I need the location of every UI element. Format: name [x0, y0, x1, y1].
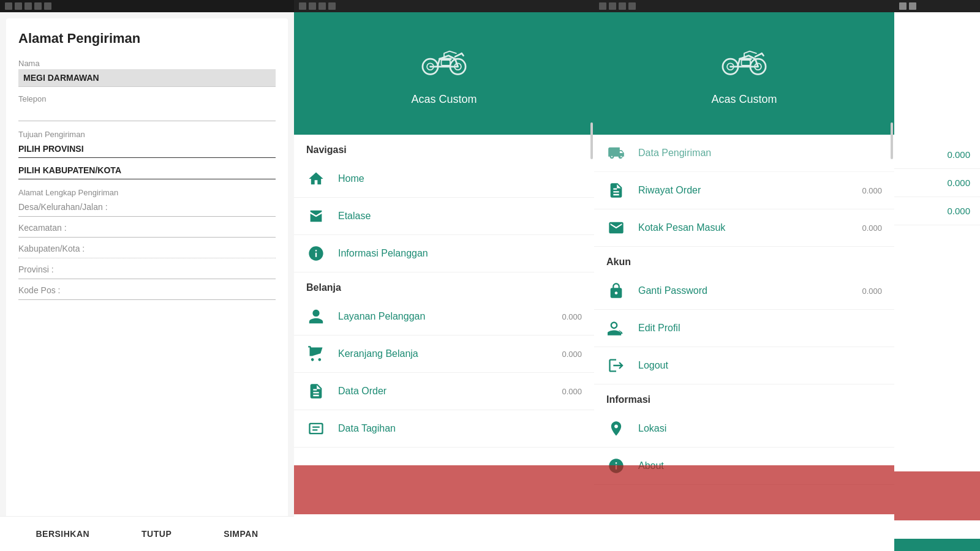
field-kodepos: Kode Pos : — [18, 285, 276, 300]
menu-data-tagihan[interactable]: Data Tagihan — [294, 410, 594, 448]
alamat-label: Alamat Lengkap Pengiriman — [18, 188, 276, 197]
menu-informasi-label: Informasi Pelanggan — [338, 248, 428, 259]
topbar-1 — [0, 0, 294, 12]
riwayat-icon — [606, 181, 626, 200]
svg-line-7 — [462, 53, 464, 56]
pilih-kabupaten[interactable]: PILIH KABUPATEN/KOTA — [18, 163, 276, 179]
field-provinsi: Provinsi : — [18, 264, 276, 279]
pengiriman-icon — [606, 143, 626, 163]
panel-right-partial: 0.000 0.000 0.000 — [894, 0, 980, 551]
panel-nav: Acas Custom Navigasi Home Etalase Inform… — [294, 0, 594, 551]
app-header-2: Acas Custom — [294, 12, 594, 135]
panel-nav-2: Acas Custom Data Pengiriman Riwayat Orde… — [594, 0, 894, 551]
field-kabupaten: Kabupaten/Kota : — [18, 244, 276, 258]
menu-data-pengiriman[interactable]: Data Pengiriman — [594, 135, 894, 172]
svg-rect-17 — [742, 60, 750, 66]
field-alamat: Alamat Lengkap Pengiriman — [18, 188, 276, 197]
field-telepon: Telepon — [18, 94, 276, 121]
menu-lokasi-label: Lokasi — [638, 423, 666, 434]
kodepos-label: Kode Pos : — [18, 285, 276, 295]
bersihkan-button[interactable]: BERSIHKAN — [36, 529, 89, 539]
price-p3-2: 0.000 — [862, 223, 882, 233]
tujuan-label: Tujuan Pengiriman — [18, 130, 276, 139]
section-belanja: Belanja — [294, 272, 594, 298]
menu-home[interactable]: Home — [294, 160, 594, 198]
menu-logout[interactable]: Logout — [594, 347, 894, 384]
menu-data-order-label: Data Order — [338, 386, 386, 397]
menu-keranjang-label: Keranjang Belanja — [338, 348, 418, 359]
order-icon — [306, 381, 326, 401]
svg-rect-8 — [442, 60, 450, 66]
price-3: 0.000 — [562, 387, 582, 396]
price-2: 0.000 — [562, 350, 582, 359]
menu-ganti-password[interactable]: Ganti Password 0.000 — [594, 272, 894, 310]
nama-label: Nama — [18, 59, 276, 68]
topbar-4 — [894, 0, 980, 12]
form-alamat: Alamat Pengiriman Nama MEGI DARMAWAN Tel… — [6, 18, 288, 545]
menu-edit-profil[interactable]: Edit Profil — [594, 310, 894, 347]
bottom-actions: BERSIHKAN TUTUP SIMPAN — [0, 516, 294, 551]
menu-data-pengiriman-label: Data Pengiriman — [638, 148, 711, 159]
password-icon — [606, 281, 626, 301]
kecamatan-label: Kecamatan : — [18, 223, 276, 233]
menu-keranjang[interactable]: Keranjang Belanja 0.000 — [294, 335, 594, 373]
section-navigasi: Navigasi — [294, 135, 594, 160]
menu-home-label: Home — [338, 173, 364, 184]
logout-icon — [606, 356, 626, 375]
telepon-label: Telepon — [18, 94, 276, 103]
section-akun: Akun — [594, 247, 894, 272]
menu-etalase-label: Etalase — [338, 211, 371, 222]
price-1: 0.000 — [562, 312, 582, 321]
menu-kotak-pesan[interactable]: Kotak Pesan Masuk 0.000 — [594, 209, 894, 247]
menu-layanan[interactable]: Layanan Pelanggan 0.000 — [294, 298, 594, 335]
menu-riwayat-label: Riwayat Order — [638, 185, 701, 196]
app-name-2: Acas Custom — [411, 93, 477, 106]
home-icon — [306, 169, 326, 189]
nama-value[interactable]: MEGI DARMAWAN — [18, 69, 276, 87]
desa-label: Desa/Kelurahan/Jalan : — [18, 202, 276, 212]
menu-layanan-label: Layanan Pelanggan — [338, 311, 425, 322]
field-tujuan: Tujuan Pengiriman PILIH PROVINSI PILIH K… — [18, 130, 276, 179]
pilih-provinsi[interactable]: PILIH PROVINSI — [18, 141, 276, 158]
red-strip-2 — [294, 465, 594, 514]
field-kecamatan: Kecamatan : — [18, 223, 276, 238]
store-icon — [306, 206, 326, 226]
menu-logout-label: Logout — [638, 360, 668, 371]
menu-informasi-pelanggan[interactable]: Informasi Pelanggan — [294, 235, 594, 272]
kotak-icon — [606, 218, 626, 238]
form-title: Alamat Pengiriman — [18, 31, 276, 47]
menu-data-order[interactable]: Data Order 0.000 — [294, 373, 594, 410]
field-nama: Nama MEGI DARMAWAN — [18, 59, 276, 87]
lokasi-icon — [606, 419, 626, 438]
svg-line-16 — [762, 53, 764, 56]
price-p3-3: 0.000 — [862, 287, 882, 296]
topbar-3 — [594, 0, 894, 12]
panel-alamat: Alamat Pengiriman Nama MEGI DARMAWAN Tel… — [0, 0, 294, 551]
menu-riwayat-order[interactable]: Riwayat Order 0.000 — [594, 172, 894, 209]
moto-icon-3 — [717, 42, 772, 87]
scrollbar-3[interactable] — [891, 122, 893, 159]
red-strip-3 — [594, 465, 894, 514]
price-p3-1: 0.000 — [862, 186, 882, 195]
section-informasi: Informasi — [594, 384, 894, 410]
moto-icon-2 — [417, 42, 472, 87]
menu-ganti-password-label: Ganti Password — [638, 285, 707, 296]
menu-kotak-label: Kotak Pesan Masuk — [638, 222, 725, 233]
app-header-3: Acas Custom — [594, 12, 894, 135]
kabupaten-label: Kabupaten/Kota : — [18, 244, 276, 253]
menu-data-tagihan-label: Data Tagihan — [338, 423, 396, 434]
person-icon — [306, 307, 326, 326]
menu-lokasi[interactable]: Lokasi — [594, 410, 894, 448]
menu-etalase[interactable]: Etalase — [294, 198, 594, 235]
app-name-3: Acas Custom — [711, 93, 777, 106]
telepon-input[interactable] — [18, 105, 276, 121]
cart-icon — [306, 344, 326, 364]
field-desa: Desa/Kelurahan/Jalan : — [18, 202, 276, 217]
scrollbar-2[interactable] — [590, 122, 593, 159]
info-circle-icon — [306, 244, 326, 263]
tutup-button[interactable]: TUTUP — [141, 529, 172, 539]
topbar-2 — [294, 0, 594, 12]
simpan-button[interactable]: SIMPAN — [224, 529, 258, 539]
provinsi-label: Provinsi : — [18, 264, 276, 274]
menu-edit-profil-label: Edit Profil — [638, 323, 680, 334]
